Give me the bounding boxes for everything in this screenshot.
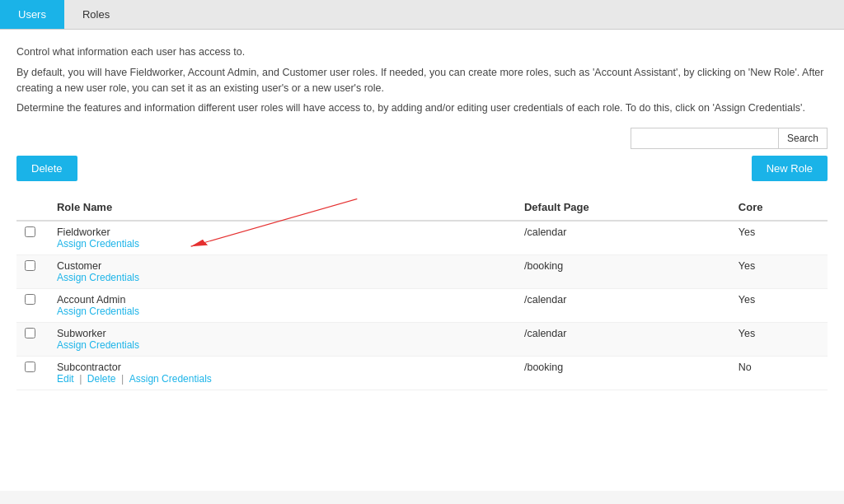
row-checkbox[interactable] bbox=[25, 226, 35, 237]
tab-roles[interactable]: Roles bbox=[64, 0, 128, 29]
role-actions: Assign Credentials bbox=[57, 339, 508, 351]
role-actions: Edit | Delete | Assign Credentials bbox=[57, 373, 508, 385]
delete-button[interactable]: Delete bbox=[16, 156, 77, 181]
core-value: No bbox=[730, 357, 828, 390]
roles-table: Role Name Default Page Core FieldworkerA… bbox=[16, 194, 828, 390]
role-name-text: Account Admin bbox=[57, 294, 508, 306]
action-link-assign-credentials[interactable]: Assign Credentials bbox=[57, 339, 139, 351]
action-link-edit[interactable]: Edit bbox=[57, 373, 74, 385]
core-value: Yes bbox=[730, 221, 828, 255]
row-checkbox[interactable] bbox=[25, 294, 35, 305]
search-button[interactable]: Search bbox=[779, 128, 828, 149]
role-name-text: Subworker bbox=[57, 328, 508, 339]
separator: | bbox=[77, 373, 85, 385]
core-value: Yes bbox=[730, 255, 828, 289]
role-name-text: Customer bbox=[57, 260, 508, 272]
core-value: Yes bbox=[730, 323, 828, 357]
table-row: SubcontractorEdit | Delete | Assign Cred… bbox=[16, 357, 828, 390]
core-value: Yes bbox=[730, 289, 828, 323]
row-checkbox[interactable] bbox=[25, 260, 35, 271]
new-role-button[interactable]: New Role bbox=[752, 156, 828, 181]
description-line1: Control what information each user has a… bbox=[16, 44, 828, 60]
table-row: FieldworkerAssign Credentials/calendarYe… bbox=[16, 221, 828, 255]
header-checkbox-col bbox=[16, 194, 49, 221]
default-page-value: /calendar bbox=[516, 323, 730, 357]
header-role-name: Role Name bbox=[49, 194, 516, 221]
row-checkbox[interactable] bbox=[25, 328, 35, 338]
role-actions: Assign Credentials bbox=[57, 306, 508, 317]
action-link-assign-credentials[interactable]: Assign Credentials bbox=[129, 373, 212, 385]
table-header-row: Role Name Default Page Core bbox=[16, 194, 828, 221]
search-bar: Search bbox=[16, 128, 828, 149]
row-checkbox[interactable] bbox=[25, 362, 35, 372]
action-link-assign-credentials[interactable]: Assign Credentials bbox=[57, 272, 139, 283]
action-bar: Delete New Role bbox=[16, 156, 828, 181]
role-actions: Assign Credentials bbox=[57, 238, 508, 250]
default-page-value: /booking bbox=[516, 357, 730, 390]
table-row: SubworkerAssign Credentials/calendarYes bbox=[16, 323, 828, 357]
role-actions: Assign Credentials bbox=[57, 272, 508, 283]
action-link-assign-credentials[interactable]: Assign Credentials bbox=[57, 238, 139, 250]
action-link-assign-credentials[interactable]: Assign Credentials bbox=[57, 306, 139, 317]
tab-users[interactable]: Users bbox=[0, 0, 64, 29]
default-page-value: /booking bbox=[516, 255, 730, 289]
header-core: Core bbox=[730, 194, 828, 221]
action-link-delete[interactable]: Delete bbox=[87, 373, 116, 385]
default-page-value: /calendar bbox=[516, 221, 730, 255]
tab-bar: Users Roles bbox=[0, 0, 844, 30]
role-name-text: Subcontractor bbox=[57, 362, 508, 373]
separator: | bbox=[119, 373, 127, 385]
content-area: Control what information each user has a… bbox=[0, 30, 844, 491]
description-line2: By default, you will have Fieldworker, A… bbox=[16, 65, 828, 96]
search-input[interactable] bbox=[631, 128, 779, 149]
default-page-value: /calendar bbox=[516, 289, 730, 323]
table-row: Account AdminAssign Credentials/calendar… bbox=[16, 289, 828, 323]
description-line3: Determine the features and information d… bbox=[16, 100, 828, 116]
table-row: CustomerAssign Credentials/bookingYes bbox=[16, 255, 828, 289]
table-wrapper: Role Name Default Page Core FieldworkerA… bbox=[16, 194, 828, 390]
role-name-text: Fieldworker bbox=[57, 226, 508, 238]
header-default-page: Default Page bbox=[516, 194, 730, 221]
